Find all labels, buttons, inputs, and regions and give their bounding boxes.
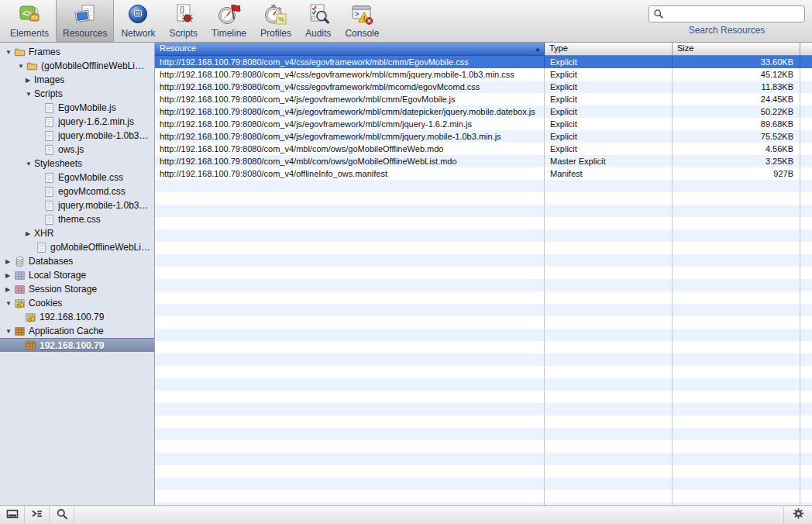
- grid-filler-row: [155, 428, 812, 440]
- sidebar-item-ows-js[interactable]: ows.js: [0, 143, 154, 157]
- sidebar-item-jquery-1-6-2-min-js[interactable]: jquery-1.6.2.min.js: [0, 115, 154, 129]
- search-box[interactable]: [649, 5, 805, 22]
- sidebar-item-frames[interactable]: ▼Frames: [0, 45, 154, 59]
- table-row[interactable]: http://192.168.100.79:8080/com_v4/css/eg…: [155, 68, 812, 81]
- empty-cell: [155, 353, 545, 366]
- table-row[interactable]: http://192.168.100.79:8080/com_v4/css/eg…: [155, 81, 812, 93]
- sidebar-item-192-168-100-79[interactable]: 192.168.100.79: [0, 338, 154, 352]
- tab-network[interactable]: Network: [114, 0, 162, 42]
- sidebar-item-egovmobile-css[interactable]: EgovMobile.css: [0, 171, 154, 184]
- expander-closed-icon[interactable]: ▶: [5, 258, 14, 265]
- empty-cell: [155, 279, 545, 291]
- console-icon: >!: [349, 2, 374, 27]
- cell-size: 75.52KB: [673, 130, 800, 143]
- main-split: ▼Frames▼(goMobileOfflineWebLi…▶Images▼Sc…: [0, 43, 812, 505]
- sidebar-item-databases[interactable]: ▶Databases: [0, 254, 154, 268]
- grid-filler-row: [155, 391, 812, 403]
- empty-cell: [545, 267, 673, 279]
- sidebar-item-xhr[interactable]: ▶XHR: [0, 226, 154, 240]
- table-row[interactable]: http://192.168.100.79:8080/com_v4/css/eg…: [155, 56, 812, 68]
- localstorage-icon: [14, 270, 26, 281]
- search-input[interactable]: [666, 6, 804, 22]
- cell-type: Explicit: [545, 81, 673, 93]
- tab-resources[interactable]: Resources: [56, 0, 114, 42]
- empty-cell: [673, 304, 800, 316]
- sidebar-item-192-168-100-79[interactable]: 192.168.100.79: [0, 310, 154, 324]
- expander-open-icon[interactable]: ▼: [25, 160, 34, 167]
- sidebar-item-egovmobile-js[interactable]: EgovMobile.js: [0, 101, 154, 115]
- sidebar-item-jquery-mobile-1-0b3-[interactable]: jquery.mobile-1.0b3…: [0, 129, 154, 143]
- table-row[interactable]: http://192.168.100.79:8080/com_v4/js/ego…: [155, 93, 812, 105]
- sidebar-item-cookies[interactable]: ▼Cookies: [0, 296, 154, 310]
- sidebar-item-label: EgovMobile.js: [58, 102, 116, 113]
- empty-cell: [673, 453, 800, 465]
- tab-timeline[interactable]: Timeline: [205, 0, 253, 42]
- column-header-resource[interactable]: Resource▲: [155, 43, 545, 56]
- cell-size: 24.45KB: [673, 93, 800, 105]
- sidebar-item-local-storage[interactable]: ▶Local Storage: [0, 268, 154, 282]
- tab-scripts[interactable]: {}Scripts: [162, 0, 205, 42]
- expander-closed-icon[interactable]: ▶: [5, 286, 14, 293]
- expander-closed-icon[interactable]: ▶: [5, 272, 14, 279]
- sidebar-item-egovmcomd-css[interactable]: egovMcomd.css: [0, 184, 154, 198]
- sidebar-item-gomobileofflinewebli-[interactable]: goMobileOfflineWebLi…: [0, 240, 154, 254]
- row-gutter: [800, 353, 812, 366]
- expander-open-icon[interactable]: ▼: [25, 91, 34, 98]
- table-row[interactable]: http://192.168.100.79:8080/com_v4/js/ego…: [155, 118, 812, 130]
- settings-button[interactable]: [783, 506, 812, 524]
- expander-open-icon[interactable]: ▼: [5, 328, 14, 335]
- sidebar-item-label: theme.css: [58, 214, 101, 225]
- dock-button[interactable]: [0, 506, 25, 524]
- table-row[interactable]: http://192.168.100.79:8080/com_v4/mbl/co…: [155, 155, 812, 167]
- tab-audits[interactable]: Audits: [298, 0, 338, 42]
- expander-closed-icon[interactable]: ▶: [25, 230, 34, 237]
- sidebar-item-session-storage[interactable]: ▶Session Storage: [0, 282, 154, 296]
- column-header-type[interactable]: Type: [545, 43, 673, 56]
- empty-cell: [155, 428, 545, 440]
- cell-resource: http://192.168.100.79:8080/com_v4/mbl/co…: [155, 155, 545, 167]
- empty-cell: [155, 453, 545, 465]
- tab-console[interactable]: >!Console: [338, 0, 386, 42]
- tab-elements[interactable]: <><>Elements: [3, 0, 56, 42]
- sidebar-item-theme-css[interactable]: theme.css: [0, 212, 154, 226]
- empty-cell: [545, 304, 673, 316]
- empty-cell: [155, 229, 545, 242]
- sidebar-item-images[interactable]: ▶Images: [0, 73, 154, 87]
- empty-cell: [673, 477, 800, 490]
- expander-open-icon[interactable]: ▼: [5, 49, 14, 56]
- row-gutter: [800, 167, 812, 180]
- console-drawer-icon: [31, 508, 43, 523]
- table-row[interactable]: http://192.168.100.79:8080/com_v4/offlin…: [155, 167, 812, 180]
- document-icon: [43, 214, 55, 226]
- column-header-size[interactable]: Size: [673, 43, 800, 56]
- sidebar-item--gomobileofflinewebli-[interactable]: ▼(goMobileOfflineWebLi…: [0, 59, 154, 73]
- cell-size: 11.83KB: [673, 81, 800, 93]
- row-gutter: [800, 316, 812, 329]
- empty-cell: [545, 329, 673, 341]
- expander-open-icon[interactable]: ▼: [5, 300, 14, 307]
- expander-open-icon[interactable]: ▼: [17, 63, 26, 70]
- grid-filler-row: [155, 291, 812, 304]
- tab-profiles[interactable]: %Profiles: [253, 0, 298, 42]
- sidebar-item-application-cache[interactable]: ▼Application Cache: [0, 324, 154, 338]
- table-row[interactable]: http://192.168.100.79:8080/com_v4/js/ego…: [155, 105, 812, 118]
- expander-closed-icon[interactable]: ▶: [25, 77, 34, 84]
- row-gutter: [800, 465, 812, 477]
- empty-cell: [673, 353, 800, 366]
- row-gutter: [800, 341, 812, 353]
- console-drawer-button[interactable]: [25, 506, 50, 524]
- row-gutter: [800, 229, 812, 242]
- cell-type: Manifest: [545, 167, 673, 180]
- sidebar-tree: ▼Frames▼(goMobileOfflineWebLi…▶Images▼Sc…: [0, 43, 155, 505]
- empty-cell: [673, 316, 800, 329]
- cell-size: 50.22KB: [673, 105, 800, 118]
- table-row[interactable]: http://192.168.100.79:8080/com_v4/mbl/co…: [155, 143, 812, 155]
- sidebar-item-scripts[interactable]: ▼Scripts: [0, 87, 154, 101]
- search-button[interactable]: [50, 506, 74, 524]
- table-row[interactable]: http://192.168.100.79:8080/com_v4/js/ego…: [155, 130, 812, 143]
- empty-cell: [155, 440, 545, 453]
- sidebar-item-jquery-mobile-1-0b3-[interactable]: jquery.mobile-1.0b3…: [0, 198, 154, 212]
- empty-cell: [545, 366, 673, 378]
- sidebar-item-stylesheets[interactable]: ▼Stylesheets: [0, 157, 154, 171]
- empty-cell: [673, 192, 800, 205]
